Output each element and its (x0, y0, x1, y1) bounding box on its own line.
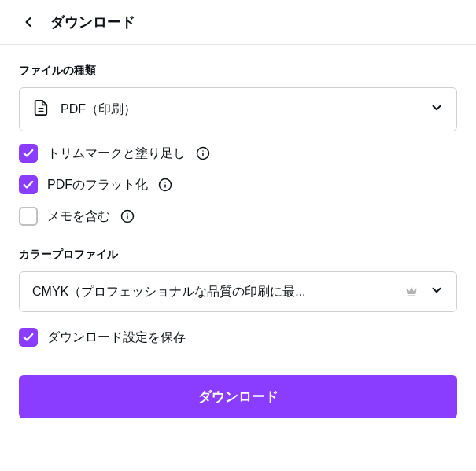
file-type-label: ファイルの種類 (19, 64, 457, 78)
check-icon (22, 178, 35, 191)
back-button[interactable] (19, 13, 38, 31)
color-profile-select[interactable]: CMYK（プロフェッショナルな品質の印刷に最... (19, 271, 457, 312)
save-settings-checkbox[interactable] (19, 328, 38, 347)
chevron-down-icon (430, 283, 444, 300)
color-profile-section: カラープロファイル CMYK（プロフェッショナルな品質の印刷に最... (19, 248, 457, 312)
include-notes-info[interactable] (120, 208, 135, 224)
color-profile-value: CMYK（プロフェッショナルな品質の印刷に最... (32, 284, 393, 300)
save-settings-label: ダウンロード設定を保存 (47, 329, 186, 346)
panel-content: ファイルの種類 PDF（印刷） トリムマークと塗り足し (0, 45, 476, 437)
check-icon (22, 331, 35, 344)
trim-marks-row: トリムマークと塗り足し (19, 144, 457, 163)
file-type-value: PDF（印刷） (61, 101, 419, 118)
panel-header: ダウンロード (0, 0, 476, 45)
header-title: ダウンロード (50, 13, 135, 31)
save-settings-row: ダウンロード設定を保存 (19, 328, 457, 347)
trim-marks-info[interactable] (195, 145, 211, 161)
file-type-select[interactable]: PDF（印刷） (19, 87, 457, 131)
file-icon (32, 99, 50, 120)
chevron-down-icon (430, 101, 444, 118)
include-notes-label: メモを含む (47, 208, 110, 225)
check-icon (22, 147, 35, 160)
download-button[interactable]: ダウンロード (19, 375, 457, 418)
info-icon (158, 178, 172, 192)
info-icon (120, 209, 135, 223)
trim-marks-checkbox[interactable] (19, 144, 38, 163)
chevron-left-icon (20, 14, 36, 30)
include-notes-row: メモを含む (19, 207, 457, 226)
flatten-pdf-row: PDFのフラット化 (19, 175, 457, 194)
crown-icon (404, 285, 419, 299)
flatten-pdf-checkbox[interactable] (19, 175, 38, 194)
flatten-pdf-info[interactable] (157, 177, 173, 193)
color-profile-label: カラープロファイル (19, 248, 457, 262)
include-notes-checkbox[interactable] (19, 207, 38, 226)
flatten-pdf-label: PDFのフラット化 (47, 177, 148, 193)
info-icon (196, 146, 210, 160)
trim-marks-label: トリムマークと塗り足し (47, 145, 186, 162)
